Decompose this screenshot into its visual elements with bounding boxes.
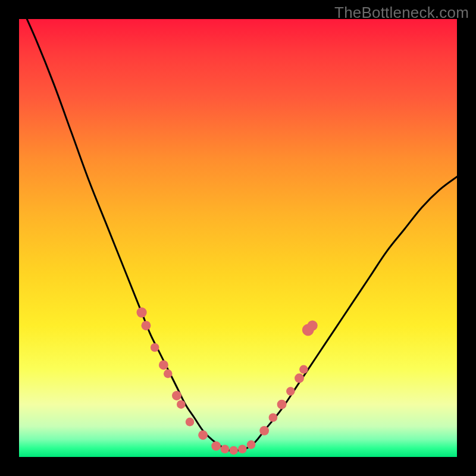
marker-dot xyxy=(269,413,278,422)
marker-dot xyxy=(247,440,256,449)
marker-dot xyxy=(308,321,318,331)
marker-dot xyxy=(186,418,195,427)
marker-dot xyxy=(151,343,159,352)
marker-dot xyxy=(277,400,287,409)
marker-dot xyxy=(198,430,208,440)
marker-dot xyxy=(259,426,269,436)
marker-dot xyxy=(159,360,168,369)
marker-dot xyxy=(164,369,173,378)
marker-dot xyxy=(211,441,221,451)
bottleneck-curve xyxy=(19,2,457,451)
marker-dot xyxy=(136,308,146,318)
chart-frame: TheBottleneck.com xyxy=(0,0,476,476)
marker-dot xyxy=(295,374,304,383)
marker-dot xyxy=(286,387,295,396)
marker-dot xyxy=(177,400,186,409)
chart-svg xyxy=(19,19,457,457)
marker-dot xyxy=(221,444,230,453)
marker-dot xyxy=(229,446,238,455)
marker-dot xyxy=(141,321,151,330)
marker-dots xyxy=(136,308,317,455)
plot-area xyxy=(19,19,457,457)
watermark-label: TheBottleneck.com xyxy=(334,4,469,22)
marker-dot xyxy=(299,365,308,374)
marker-dot xyxy=(172,391,181,400)
marker-dot xyxy=(238,444,247,453)
